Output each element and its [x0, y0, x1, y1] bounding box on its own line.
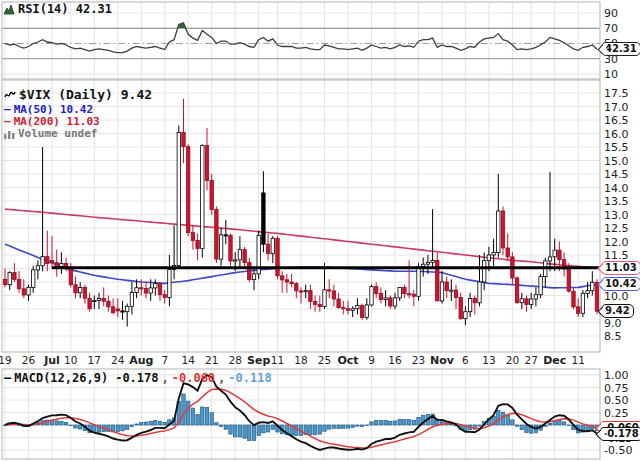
svg-text:26: 26 — [22, 354, 36, 366]
macd-legend-label: MACD(12,26,9) — [14, 371, 108, 385]
stockchart-page: 17.517.016.516.015.515.014.514.013.513.0… — [0, 0, 640, 461]
macd-line-icon: — — [4, 371, 11, 385]
svg-text:15.0: 15.0 — [604, 155, 629, 168]
macd-value-tag: -0.178 — [599, 427, 640, 441]
rsi-area-icon — [4, 4, 15, 15]
ma200-value-tag: 11.03 — [601, 261, 640, 275]
svg-text:10: 10 — [64, 354, 77, 366]
svg-text:0.75: 0.75 — [604, 382, 629, 395]
separator: , — [162, 371, 169, 385]
svg-text:13: 13 — [482, 354, 495, 366]
rsi-legend: RSI(14) 42.31 — [4, 2, 112, 16]
svg-text:Aug: Aug — [129, 354, 153, 367]
svg-text:10.0: 10.0 — [604, 290, 629, 303]
svg-text:20: 20 — [506, 354, 519, 366]
svg-text:13.5: 13.5 — [604, 195, 629, 208]
separator: , — [218, 371, 225, 385]
svg-text:Sep: Sep — [247, 354, 270, 367]
svg-text:12.0: 12.0 — [604, 236, 629, 249]
ma50-value-tag: 10.42 — [601, 277, 640, 291]
svg-text:17.0: 17.0 — [604, 101, 629, 114]
svg-text:Jul: Jul — [43, 354, 60, 367]
axis-labels: 17.517.016.516.015.515.014.514.013.513.0… — [0, 7, 632, 457]
macd-signal-value: -0.060 — [172, 371, 215, 385]
svg-text:Nov: Nov — [430, 354, 455, 367]
svg-text:8.5: 8.5 — [604, 330, 622, 343]
svg-text:14: 14 — [182, 354, 196, 366]
svg-text:15.5: 15.5 — [604, 141, 629, 154]
svg-text:Oct: Oct — [337, 354, 358, 367]
svg-text:28: 28 — [229, 354, 242, 366]
svg-text:25: 25 — [318, 354, 331, 366]
svg-text:-0.50: -0.50 — [604, 444, 632, 457]
svg-text:14.0: 14.0 — [604, 182, 629, 195]
symbol-legend: $VIX (Daily) 9.42 — [4, 87, 152, 102]
svg-text:Dec: Dec — [543, 354, 566, 367]
svg-text:23: 23 — [412, 354, 425, 366]
volume-bars-icon — [4, 129, 15, 139]
svg-text:10: 10 — [604, 68, 618, 81]
svg-text:9.0: 9.0 — [604, 317, 622, 330]
svg-text:90: 90 — [604, 7, 618, 20]
chart-svg: 17.517.016.516.015.515.014.514.013.513.0… — [0, 0, 640, 461]
rsi-value-tag: 42.31 — [601, 42, 640, 56]
svg-text:13.0: 13.0 — [604, 209, 629, 222]
gridlines — [2, 2, 600, 459]
svg-text:0.25: 0.25 — [604, 407, 629, 420]
macd-value: -0.178 — [115, 371, 158, 385]
svg-text:9: 9 — [368, 354, 375, 366]
svg-text:19: 19 — [0, 354, 12, 366]
svg-text:16.0: 16.0 — [604, 128, 629, 141]
svg-text:12.5: 12.5 — [604, 222, 629, 235]
candlestick-chart-icon — [4, 89, 16, 100]
svg-text:0.50: 0.50 — [604, 394, 629, 407]
svg-text:14.5: 14.5 — [604, 168, 629, 181]
svg-text:7: 7 — [161, 354, 168, 366]
svg-text:17: 17 — [88, 354, 101, 366]
symbol-legend-label: $VIX (Daily) 9.42 — [19, 87, 152, 102]
last-price-tag: 9.42 — [601, 304, 634, 318]
svg-text:11: 11 — [271, 354, 284, 366]
svg-text:70: 70 — [604, 22, 618, 35]
chart-canvas: 17.517.016.516.015.515.014.514.013.513.0… — [0, 0, 640, 461]
svg-text:21: 21 — [205, 354, 218, 366]
svg-text:16: 16 — [388, 354, 402, 366]
macd-legend: — MACD(12,26,9) -0.178, -0.060, -0.118 — [4, 371, 272, 385]
svg-text:18: 18 — [294, 354, 307, 366]
volume-legend: Volume undef — [4, 127, 97, 140]
svg-text:17.5: 17.5 — [604, 87, 629, 100]
svg-text:11: 11 — [572, 354, 585, 366]
svg-text:16.5: 16.5 — [604, 114, 629, 127]
svg-text:1.00: 1.00 — [604, 369, 629, 382]
svg-text:24: 24 — [111, 354, 125, 366]
macd-histogram-value: -0.118 — [228, 371, 271, 385]
svg-text:27: 27 — [525, 354, 538, 366]
rsi-legend-label: RSI(14) 42.31 — [18, 2, 112, 16]
svg-text:6: 6 — [462, 354, 469, 366]
volume-legend-label: Volume undef — [18, 127, 97, 140]
